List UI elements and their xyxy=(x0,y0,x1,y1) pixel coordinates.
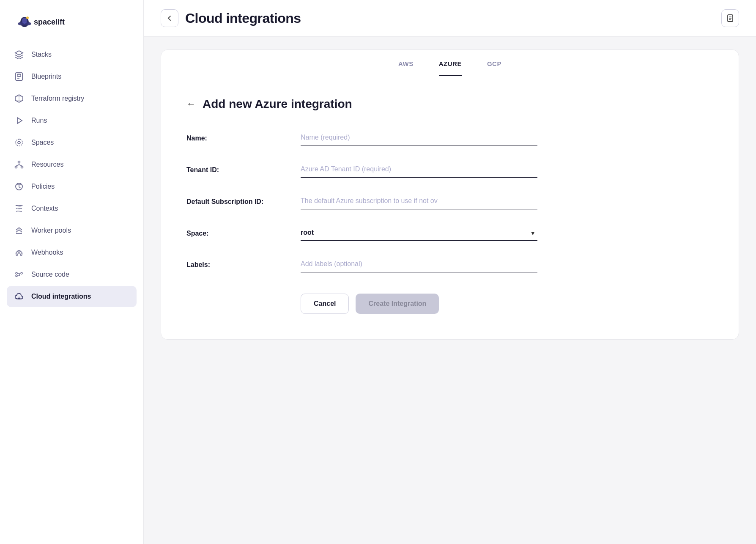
layers-icon xyxy=(14,49,25,60)
sidebar: spacelift Stacks Blu xyxy=(0,0,144,544)
space-label: Space: xyxy=(186,226,288,237)
back-button[interactable] xyxy=(161,9,178,27)
sidebar-item-spaces[interactable]: Spaces xyxy=(7,132,137,153)
svg-point-3 xyxy=(22,18,27,24)
subscription-id-input[interactable] xyxy=(301,195,537,209)
create-integration-button[interactable]: Create Integration xyxy=(356,294,439,314)
sidebar-item-worker-pools-label: Worker pools xyxy=(31,227,71,234)
svg-point-13 xyxy=(21,166,23,168)
tab-aws[interactable]: AWS xyxy=(398,60,414,76)
svg-point-11 xyxy=(18,161,20,163)
sidebar-item-source-label: Source code xyxy=(31,271,69,278)
space-select-wrap: root ▼ xyxy=(301,226,537,241)
labels-input[interactable] xyxy=(301,258,537,272)
svg-point-4 xyxy=(26,16,29,19)
blueprints-icon xyxy=(14,71,25,82)
svg-point-20 xyxy=(18,252,20,253)
name-field: Name: xyxy=(186,131,713,146)
source-icon xyxy=(14,269,25,280)
sidebar-item-blueprints[interactable]: Blueprints xyxy=(7,66,137,87)
tenant-id-label: Tenant ID: xyxy=(186,163,288,174)
sidebar-nav: Stacks Blueprints Terraform registry xyxy=(0,44,143,307)
sidebar-item-contexts-label: Contexts xyxy=(31,205,58,212)
document-icon xyxy=(726,14,734,22)
sidebar-item-runs[interactable]: Runs xyxy=(7,110,137,131)
sidebar-item-source-code[interactable]: Source code xyxy=(7,264,137,285)
contexts-icon xyxy=(14,203,25,214)
content-area: AWS AZURE GCP ← Add new Azure integratio… xyxy=(144,37,756,544)
main-content: Cloud integrations AWS AZURE GCP ← xyxy=(144,0,756,544)
tab-gcp[interactable]: GCP xyxy=(487,60,501,76)
sidebar-item-cloud-label: Cloud integrations xyxy=(31,293,91,300)
space-select[interactable]: root xyxy=(301,226,537,241)
svg-point-12 xyxy=(15,166,17,168)
sidebar-item-resources-label: Resources xyxy=(31,161,63,168)
cloud-tabs: AWS AZURE GCP xyxy=(161,50,739,76)
name-label: Name: xyxy=(186,131,288,142)
space-field: Space: root ▼ xyxy=(186,226,713,241)
cancel-button[interactable]: Cancel xyxy=(301,294,349,314)
sidebar-item-stacks-label: Stacks xyxy=(31,51,52,58)
page-title: Cloud integrations xyxy=(185,11,301,26)
labels-field: Labels: xyxy=(186,258,713,272)
logo: spacelift xyxy=(0,8,143,44)
cube-icon xyxy=(14,93,25,104)
sidebar-item-webhooks[interactable]: Webhooks xyxy=(7,242,137,263)
sidebar-item-spaces-label: Spaces xyxy=(31,139,54,146)
tenant-id-input[interactable] xyxy=(301,163,537,178)
sidebar-item-resources[interactable]: Resources xyxy=(7,154,137,175)
subscription-id-label: Default Subscription ID: xyxy=(186,195,288,206)
form-actions: Cancel Create Integration xyxy=(186,294,713,314)
topbar: Cloud integrations xyxy=(144,0,756,37)
spaces-icon xyxy=(14,137,25,148)
sidebar-item-stacks[interactable]: Stacks xyxy=(7,44,137,65)
sidebar-item-runs-label: Runs xyxy=(31,117,47,124)
svg-point-8 xyxy=(18,141,20,144)
subscription-id-input-wrap xyxy=(301,195,537,209)
cloud-icon xyxy=(14,291,25,302)
svg-point-23 xyxy=(21,272,22,274)
sidebar-item-terraform-label: Terraform registry xyxy=(31,95,84,102)
webhooks-icon xyxy=(14,247,25,258)
tenant-id-field: Tenant ID: xyxy=(186,163,713,178)
svg-point-18 xyxy=(16,254,18,256)
svg-point-9 xyxy=(16,139,22,146)
form-title: Add new Azure integration xyxy=(203,97,352,111)
policies-icon xyxy=(14,181,25,192)
sidebar-item-contexts[interactable]: Contexts xyxy=(7,198,137,219)
svg-point-15 xyxy=(18,205,20,206)
svg-point-21 xyxy=(16,272,17,274)
svg-text:spacelift: spacelift xyxy=(34,18,65,26)
subscription-id-field: Default Subscription ID: xyxy=(186,195,713,209)
sidebar-item-cloud-integrations[interactable]: Cloud integrations xyxy=(7,286,137,307)
azure-form: ← Add new Azure integration Name: Tenant… xyxy=(161,76,739,339)
form-header: ← Add new Azure integration xyxy=(186,97,713,111)
tenant-id-input-wrap xyxy=(301,163,537,178)
sidebar-item-policies[interactable]: Policies xyxy=(7,176,137,197)
labels-label: Labels: xyxy=(186,258,288,269)
spacelift-logo: spacelift xyxy=(13,13,76,31)
svg-point-22 xyxy=(16,275,17,277)
labels-input-wrap xyxy=(301,258,537,272)
tab-azure[interactable]: AZURE xyxy=(439,60,462,76)
sidebar-item-terraform-registry[interactable]: Terraform registry xyxy=(7,88,137,109)
sidebar-item-blueprints-label: Blueprints xyxy=(31,73,61,80)
name-input[interactable] xyxy=(301,131,537,146)
svg-point-19 xyxy=(20,254,22,256)
main-card: AWS AZURE GCP ← Add new Azure integratio… xyxy=(161,49,739,340)
back-arrow-icon xyxy=(166,15,173,22)
resources-icon xyxy=(14,159,25,170)
documentation-button[interactable] xyxy=(721,9,739,27)
sidebar-item-policies-label: Policies xyxy=(31,183,55,190)
svg-point-16 xyxy=(18,208,20,209)
topbar-actions xyxy=(721,9,739,27)
play-icon xyxy=(14,115,25,126)
name-input-wrap xyxy=(301,131,537,146)
worker-icon xyxy=(14,225,25,236)
sidebar-item-webhooks-label: Webhooks xyxy=(31,249,63,256)
form-back-arrow[interactable]: ← xyxy=(186,99,196,110)
svg-point-10 xyxy=(19,139,20,140)
sidebar-item-worker-pools[interactable]: Worker pools xyxy=(7,220,137,241)
